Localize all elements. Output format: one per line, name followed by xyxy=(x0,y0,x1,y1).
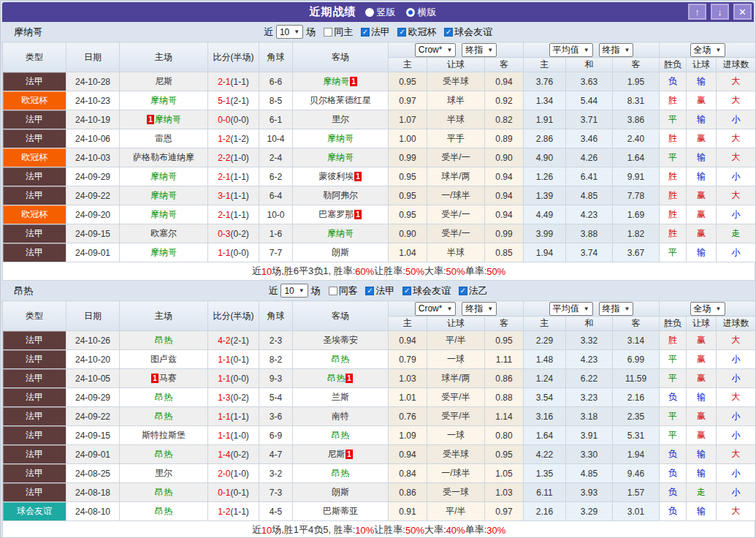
filter-checkbox-item: 法甲 xyxy=(365,284,394,298)
monaco-count-select[interactable]: 10 ▼ xyxy=(276,25,303,39)
wdl-result-cell: 平 xyxy=(660,243,687,262)
chevron-down-icon: ▼ xyxy=(487,47,493,53)
avg-home-cell: 1.39 xyxy=(524,186,566,205)
score-cell: 1-3(0-2) xyxy=(208,388,259,407)
halftime-score: (1-1) xyxy=(231,172,249,182)
home-team-cell: 萨格勒布迪纳摩 xyxy=(120,148,208,167)
filter-checkbox[interactable] xyxy=(444,28,453,37)
home-team-name: 昂热 xyxy=(155,335,172,345)
filter-checkbox[interactable] xyxy=(397,28,406,37)
average-select[interactable]: 平均值▼ xyxy=(549,43,593,57)
full-match-select[interactable]: 全场▼ xyxy=(690,43,725,57)
handicap-cell: 受半/一 xyxy=(427,224,485,243)
sub-header-handicap: 让球 xyxy=(427,317,485,331)
handicap-cell: 平/半 xyxy=(427,331,485,350)
col-header-date: 日期 xyxy=(66,301,120,331)
table-row: 法甲 24-08-18 昂热 0-1(0-1) 7-3 朗斯 0.86 受一球 … xyxy=(3,483,756,502)
goals-result-cell: 小 xyxy=(717,350,756,369)
handicap-result-cell: 输 xyxy=(687,502,717,521)
title-bar: 近期战绩 竖版 横版 ↑ ↓ ✕ xyxy=(2,2,754,22)
match-type-cell: 法甲 xyxy=(3,110,66,129)
home-odds-cell: 0.94 xyxy=(389,445,427,464)
score-cell: 0-0(0-0) xyxy=(208,110,259,129)
score-cell: 2-0(1-0) xyxy=(208,464,259,483)
halftime-score: (1-1) xyxy=(231,191,249,201)
match-type-cell: 欧冠杯 xyxy=(3,91,66,110)
home-odds-cell: 0.99 xyxy=(389,148,427,167)
match-type-cell: 欧冠杯 xyxy=(3,148,66,167)
avg-away-cell: 2.35 xyxy=(613,407,660,426)
filter-checkbox[interactable] xyxy=(365,287,374,295)
handicap-result-cell: 赢 xyxy=(687,205,717,224)
avg-draw-cell: 6.41 xyxy=(566,167,613,186)
final-odds-select-2[interactable]: 终指▼ xyxy=(599,43,634,57)
handicap-cell: 平手 xyxy=(427,129,485,148)
home-team-name: 摩纳哥 xyxy=(150,95,177,105)
avg-draw-cell: 3.63 xyxy=(566,72,613,91)
full-match-select[interactable]: 全场▼ xyxy=(690,302,725,316)
horizontal-layout-radio[interactable] xyxy=(406,8,415,17)
sub-header-avg-draw: 和 xyxy=(566,58,613,72)
avg-draw-cell: 3.29 xyxy=(566,502,613,521)
away-odds-cell: 0.97 xyxy=(485,502,524,521)
avg-home-cell: 2.86 xyxy=(524,129,566,148)
date-cell: 24-08-18 xyxy=(66,483,120,502)
wdl-result-cell: 胜 xyxy=(660,186,687,205)
red-card-badge: 1 xyxy=(345,374,353,383)
date-cell: 24-10-03 xyxy=(66,148,120,167)
close-button[interactable]: ✕ xyxy=(733,4,752,20)
goals-result-cell: 大 xyxy=(717,502,756,521)
corner-cell: 6-9 xyxy=(259,426,293,445)
away-team-cell: 摩纳哥 xyxy=(293,224,389,243)
filter-checkbox[interactable] xyxy=(324,28,332,37)
home-team-cell: 里尔 xyxy=(120,464,208,483)
halftime-score: (1-1) xyxy=(231,507,249,517)
sub-header-goals: 进球数 xyxy=(717,317,756,331)
chevron-down-icon: ▼ xyxy=(487,306,493,312)
chevron-down-icon: ▼ xyxy=(294,29,299,35)
move-up-button[interactable]: ↑ xyxy=(688,4,706,20)
home-team-name: 图卢兹 xyxy=(150,354,177,364)
away-team-name: 昂热 xyxy=(332,354,349,364)
avg-home-cell: 3.54 xyxy=(524,388,566,407)
away-team-name: 朗斯 xyxy=(332,247,349,257)
handicap-result-cell: 赢 xyxy=(687,426,717,445)
avg-draw-cell: 3.18 xyxy=(566,407,613,426)
avg-home-cell: 1.24 xyxy=(524,369,566,388)
handicap-cell: 一/球半 xyxy=(427,186,485,205)
bookmaker-select[interactable]: Crow*▼ xyxy=(415,43,457,57)
filter-checkbox[interactable] xyxy=(459,287,467,295)
avg-draw-cell: 3.23 xyxy=(566,388,613,407)
sub-header-home-odds: 主 xyxy=(389,58,427,72)
filter-checkbox[interactable] xyxy=(329,287,337,295)
match-type-cell: 法甲 xyxy=(3,407,66,426)
home-team-name: 雷恩 xyxy=(155,133,172,143)
halftime-score: (1-0) xyxy=(231,431,249,441)
vertical-layout-radio[interactable] xyxy=(365,8,374,17)
summary-segment: 10 xyxy=(261,266,272,277)
final-odds-select-2[interactable]: 终指▼ xyxy=(599,302,634,316)
summary-segment: 大率: xyxy=(424,523,446,537)
average-select[interactable]: 平均值▼ xyxy=(549,302,593,316)
filter-checkbox[interactable] xyxy=(361,28,370,37)
away-team-cell: 朗斯 xyxy=(293,483,389,502)
bookmaker-select[interactable]: Crow*▼ xyxy=(415,302,457,316)
avg-draw-cell: 4.23 xyxy=(566,350,613,369)
final-odds-select[interactable]: 终指▼ xyxy=(462,302,497,316)
move-down-button[interactable]: ↓ xyxy=(711,4,729,20)
away-odds-cell: 0.85 xyxy=(485,243,524,262)
score-cell: 0-3(0-2) xyxy=(208,224,259,243)
summary-segment: 大率: xyxy=(424,265,446,278)
avg-home-cell: 1.35 xyxy=(524,464,566,483)
table-row: 法甲 24-10-26 昂热 4-2(2-1) 2-3 圣埃蒂安 0.94 平/… xyxy=(3,331,756,350)
away-team-name: 圣埃蒂安 xyxy=(323,335,358,345)
final-odds-select[interactable]: 终指▼ xyxy=(462,43,497,57)
wdl-result-cell: 胜 xyxy=(660,91,687,110)
halftime-score: (1-0) xyxy=(231,153,249,163)
avg-away-cell: 3.01 xyxy=(613,502,660,521)
filter-checkbox[interactable] xyxy=(402,287,411,295)
home-team-cell: 摩纳哥 xyxy=(120,186,208,205)
away-team-name: 巴塞罗那 xyxy=(318,209,354,219)
angers-count-select[interactable]: 10 ▼ xyxy=(280,284,308,298)
score-cell: 1-2(1-1) xyxy=(208,502,259,521)
